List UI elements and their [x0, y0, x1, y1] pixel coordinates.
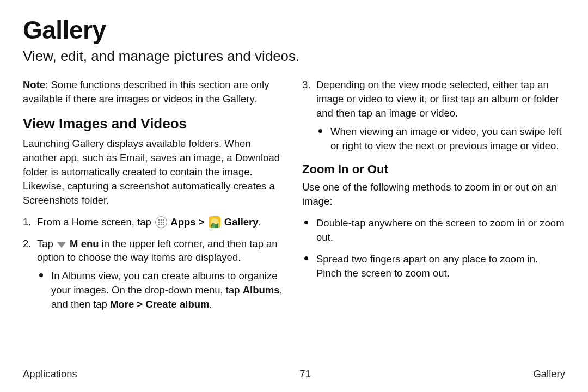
page-footer: Applications 71 Gallery: [0, 368, 588, 380]
footer-page-number: 71: [299, 368, 311, 380]
section-heading-view: View Images and Videos: [23, 114, 286, 133]
page-title: Gallery: [23, 15, 565, 45]
step2-sub-albums: Albums: [243, 284, 280, 296]
column-left: Note: Some functions described in this s…: [23, 78, 286, 319]
column-right: Depending on the view mode selected, eit…: [302, 78, 565, 319]
step3-text: Depending on the view mode selected, eit…: [316, 79, 559, 119]
step1-pre: From a Home screen, tap: [37, 216, 154, 228]
svg-point-1: [161, 219, 162, 220]
step1-end: .: [259, 216, 261, 228]
zoom-intro-paragraph: Use one of the following methods to zoom…: [302, 180, 565, 209]
zoom-bullet-2: Spread two fingers apart on any place to…: [304, 252, 565, 280]
svg-point-4: [161, 221, 162, 223]
note-label: Note: [23, 79, 45, 90]
gallery-icon: [209, 216, 220, 228]
svg-point-8: [163, 223, 164, 225]
zoom-bullets: Double‑tap anywhere on the screen to zoo…: [304, 216, 565, 280]
step-1: From a Home screen, tap Apps > Gallery.: [23, 215, 286, 229]
footer-right: Gallery: [533, 368, 565, 380]
content-columns: Note: Some functions described in this s…: [23, 78, 565, 319]
footer-left: Applications: [23, 368, 77, 380]
step2-menu-label: M enu: [67, 238, 99, 249]
step-2: Tap M enu in the upper left corner, and …: [23, 237, 286, 311]
step1-apps-label: Apps: [168, 216, 196, 228]
page-body: Gallery View, edit, and manage pictures …: [0, 0, 588, 319]
svg-point-7: [161, 223, 162, 225]
menu-dropdown-icon: [57, 242, 66, 248]
svg-point-5: [163, 221, 164, 223]
subsection-heading-zoom: Zoom In or Out: [302, 161, 565, 178]
step-3: Depending on the view mode selected, eit…: [302, 78, 565, 152]
view-intro-paragraph: Launching Gallery displays available fol…: [23, 137, 286, 207]
apps-icon: [155, 216, 167, 228]
step2-sub-item: In Albums view, you can create albums to…: [39, 269, 286, 311]
zoom-bullet-1: Double‑tap anywhere on the screen to zoo…: [304, 216, 565, 244]
svg-point-2: [163, 219, 164, 220]
step1-gallery-label: Gallery: [222, 216, 259, 228]
svg-point-3: [158, 221, 160, 223]
note-body: : Some functions described in this secti…: [23, 79, 269, 105]
step2-sublist: In Albums view, you can create albums to…: [39, 269, 286, 311]
step2-sub-more-create: More > Create album: [110, 298, 210, 310]
step3-sublist: When viewing an image or video, you can …: [318, 125, 565, 153]
svg-point-6: [158, 223, 160, 225]
page-subtitle: View, edit, and manage pictures and vide…: [23, 48, 565, 65]
step3-sub-item: When viewing an image or video, you can …: [318, 125, 565, 153]
step1-separator: >: [196, 216, 207, 228]
steps-list-continued: Depending on the view mode selected, eit…: [302, 78, 565, 152]
step2-sub-end: .: [210, 298, 212, 310]
note-block: Note: Some functions described in this s…: [23, 78, 286, 106]
step2-pre: Tap: [37, 238, 56, 249]
svg-point-0: [158, 219, 160, 220]
steps-list: From a Home screen, tap Apps > Gallery. …: [23, 215, 286, 311]
